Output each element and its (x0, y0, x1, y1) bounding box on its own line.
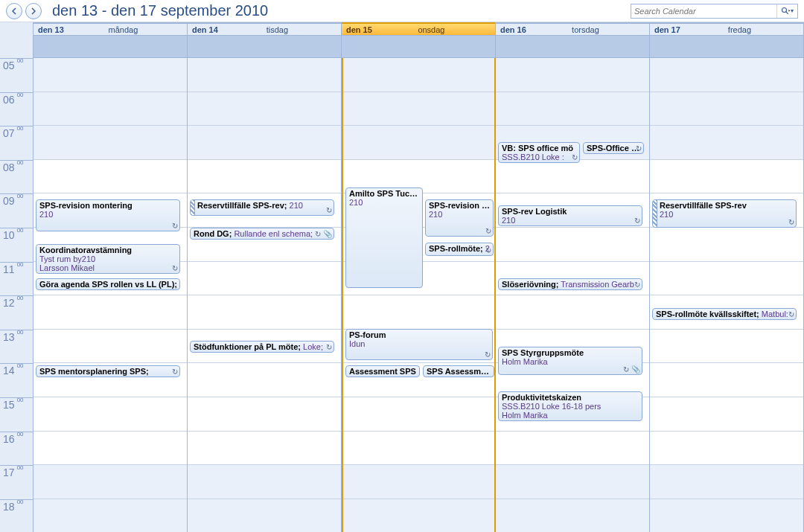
event-title: Reservtillfälle SPS-rev; (197, 201, 287, 210)
event-location: SSS.B210 Loke 16-18 pers (502, 402, 640, 411)
event[interactable]: KoordinatoravstämningTyst rum by210Larss… (36, 244, 180, 274)
event-location: Rullande enl schema; (234, 229, 313, 238)
day-grid[interactable]: Reservtillfälle SPS-rev; 210↻Rond DG; Ru… (188, 58, 341, 532)
day-number: den 13 (38, 25, 64, 34)
event[interactable]: Assessment SPS (345, 365, 420, 377)
hour-label: 06 (3, 94, 15, 106)
event-title: Stödfunktioner på PL möte; (194, 342, 301, 351)
event[interactable]: ProduktivitetskaizenSSS.B210 Loke 16-18 … (498, 391, 642, 421)
allday-cell[interactable] (496, 36, 649, 58)
calendar: 05 0006 0007 0008 0009 0010 0011 0012 00… (0, 22, 804, 532)
header: den 13 - den 17 september 2010 ▾ (0, 0, 804, 22)
allday-cell[interactable] (650, 36, 803, 58)
search-input[interactable] (631, 7, 776, 16)
event[interactable]: SPS-rev Logistik210↻ (498, 205, 642, 226)
event[interactable]: SPS Assessment: (423, 365, 494, 377)
event[interactable]: SPS-Office möt↻ (583, 142, 644, 154)
event-title: SPS-revision montering (429, 201, 491, 210)
day-header[interactable]: den 17fredag (650, 22, 803, 36)
event[interactable]: VB: SPS office möSSS.B210 Loke :↻ (498, 142, 580, 163)
hour-label: 13 (3, 331, 15, 343)
days-container: den 13måndagSPS-revision montering210↻Ko… (34, 22, 804, 532)
event[interactable]: SPS-rollmöte; 2↻ (425, 243, 494, 256)
event-location: 210 (429, 210, 491, 219)
svg-line-1 (786, 11, 788, 13)
hour-label: 07 (3, 127, 15, 139)
event-title: Koordinatoravstämning (39, 246, 178, 254)
event[interactable]: Stödfunktioner på PL möte; Loke;↻ (190, 341, 334, 353)
event-title: SPS Assessment: (427, 367, 492, 376)
event-title: SPS-rollmöte; (429, 244, 483, 253)
hour-label: 09 (3, 195, 15, 207)
event[interactable]: SPS mentorsplanering SPS; SSS.B2↻ (36, 365, 180, 377)
day-number: den 17 (654, 25, 680, 34)
event-location: Holm Marika (502, 357, 640, 366)
event-title: PS-forum (349, 330, 491, 339)
event-title: Produktivitetskaizen (502, 393, 640, 402)
recurring-icon: ↻ (326, 343, 332, 351)
recurring-icon: ↻ (634, 281, 640, 289)
hour-label: 05 (3, 60, 15, 71)
event[interactable]: Slöseriövning; Transmission Gearb↻ (498, 278, 642, 290)
recurring-icon: ↻ (788, 310, 794, 318)
search-box[interactable]: ▾ (631, 4, 798, 19)
event-location: 210 (660, 210, 794, 219)
search-icon[interactable]: ▾ (776, 4, 797, 18)
day-column: den 13måndagSPS-revision montering210↻Ko… (34, 22, 188, 532)
event[interactable]: SPS-revision montering210↻ (36, 199, 180, 231)
event-title: Göra agenda SPS rollen vs LL (PL); (39, 280, 177, 289)
event[interactable]: Reservtillfälle SPS-rev210↻ (652, 199, 797, 228)
event[interactable]: Reservtillfälle SPS-rev; 210↻ (190, 199, 334, 216)
recurring-icon: ↻ (172, 264, 178, 272)
event[interactable]: Rond DG; Rullande enl schema;↻ 📎 (190, 228, 334, 240)
day-number: den 15 (346, 25, 372, 34)
day-grid[interactable]: SPS-revision montering210↻Koordinatoravs… (34, 58, 187, 532)
day-column: den 14tisdagReservtillfälle SPS-rev; 210… (188, 22, 342, 532)
prev-button[interactable] (6, 3, 22, 19)
date-range-title: den 13 - den 17 september 2010 (52, 2, 631, 19)
day-grid[interactable]: VB: SPS office möSSS.B210 Loke :↻SPS-Off… (496, 58, 649, 532)
day-name: måndag (64, 25, 182, 34)
event-location: Transmission Gearb (561, 280, 634, 289)
event[interactable]: Amilto SPS Tucoman210 (345, 188, 423, 288)
day-header[interactable]: den 16torsdag (496, 22, 649, 36)
event-location: 210 (349, 198, 421, 207)
svg-point-0 (782, 7, 787, 12)
recurring-icon: ↻ 📎 (315, 230, 332, 238)
day-grid[interactable]: Amilto SPS Tucoman210SPS-revision monter… (342, 58, 496, 532)
event[interactable]: PS-forumIdun↻ (345, 329, 493, 360)
recurring-icon: ↻ (326, 206, 332, 214)
next-button[interactable] (25, 3, 42, 19)
day-header[interactable]: den 14tisdag (188, 22, 341, 36)
event-title: VB: SPS office mö (502, 144, 578, 153)
event-title: SPS mentorsplanering SPS; (39, 367, 149, 376)
allday-cell[interactable] (188, 36, 341, 58)
event-location: Idun (349, 339, 491, 348)
event-title: SPS-rev Logistik (502, 207, 640, 216)
event[interactable]: Göra agenda SPS rollen vs LL (PL); Y (36, 278, 180, 290)
recurring-icon: ↻ (172, 368, 178, 376)
event-title: Amilto SPS Tucoman (349, 189, 421, 198)
event-title: Slöseriövning; (502, 280, 558, 289)
event[interactable]: SPS-rollmöte kvällsskiftet; Matbul:↻ (652, 308, 797, 320)
day-grid[interactable]: Reservtillfälle SPS-rev210↻SPS-rollmöte … (650, 58, 803, 532)
day-number: den 14 (192, 25, 218, 34)
event[interactable]: SPS StyrgruppsmöteHolm Marika↻ 📎 (498, 347, 642, 375)
event-organizer: Larsson Mikael (39, 263, 178, 272)
event[interactable]: SPS-revision montering210↻ (425, 199, 494, 237)
day-header[interactable]: den 15onsdag (342, 22, 495, 36)
event-title: Rond DG; (194, 229, 232, 238)
allday-cell[interactable] (342, 36, 495, 58)
allday-cell[interactable] (34, 36, 187, 58)
day-header[interactable]: den 13måndag (34, 22, 187, 36)
recurring-icon: ↻ (572, 153, 578, 161)
event-title: SPS-revision montering (39, 201, 178, 210)
hour-label: 16 (3, 433, 15, 445)
time-column: 05 0006 0007 0008 0009 0010 0011 0012 00… (0, 22, 34, 532)
event-location: 210 (290, 201, 303, 210)
hour-label: 08 (3, 161, 15, 173)
event-location: Matbul: (762, 310, 788, 318)
recurring-icon: ↻ (485, 227, 491, 235)
event-title: SPS-Office möt (587, 144, 642, 153)
recurring-icon: ↻ (485, 246, 491, 254)
